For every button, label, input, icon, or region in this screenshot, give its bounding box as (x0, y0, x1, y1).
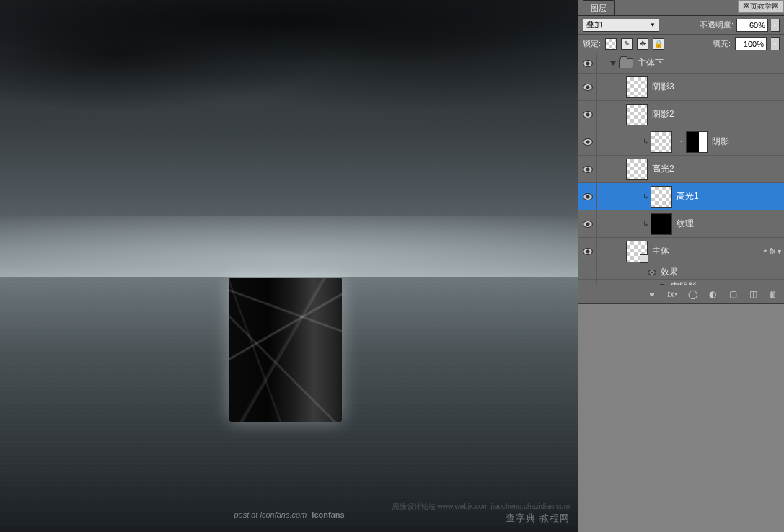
chevron-down-icon: ▼ (650, 22, 656, 28)
visibility-eye-icon[interactable] (583, 138, 593, 146)
layer-row[interactable]: ↳⬝阴影 (578, 128, 784, 156)
layer-row[interactable]: ↳纹理 (578, 210, 784, 238)
mask-link-icon[interactable]: ⬝ (679, 138, 683, 145)
subject-box (229, 278, 342, 422)
opacity-input[interactable]: 60% (736, 19, 768, 32)
visibility-eye-icon[interactable] (583, 84, 593, 91)
lock-label: 锁定: (583, 38, 601, 49)
tab-layers[interactable]: 图层 (583, 0, 615, 15)
visibility-eye-icon[interactable] (583, 60, 593, 67)
visibility-eye-icon[interactable] (583, 166, 593, 173)
fill-input[interactable]: 100% (735, 37, 767, 50)
fill-label: 填充: (713, 38, 731, 49)
lock-pixels-icon[interactable]: ✎ (621, 38, 633, 50)
layer-mask-thumb[interactable] (686, 131, 708, 153)
lock-all-icon[interactable]: 🔒 (653, 38, 664, 50)
link-layers-icon[interactable]: ⚭ (646, 288, 659, 300)
canvas-viewport[interactable]: post at iconfans.com iconfans 思缘设计论坛 www… (0, 0, 578, 532)
layer-thumbnail[interactable] (626, 104, 648, 125)
layer-name[interactable]: 高光2 (652, 163, 674, 175)
visibility-eye-icon[interactable] (583, 221, 593, 228)
layer-row[interactable]: 阴影3 (578, 74, 784, 101)
fx-visibility-icon[interactable] (648, 270, 656, 275)
layer-name[interactable]: 主体下 (638, 57, 664, 69)
lock-transparent-icon[interactable] (605, 38, 617, 50)
opacity-label: 不透明度: (700, 19, 734, 30)
layer-row[interactable]: 主体⚭ fx ▾ (578, 238, 784, 265)
watermark-bottom: 思缘设计论坛 www.webjx.com jiaocheng.chazidian… (0, 502, 578, 525)
new-group-icon[interactable]: ▢ (726, 288, 739, 300)
layer-thumbnail[interactable] (626, 159, 648, 180)
add-mask-icon[interactable]: ◯ (686, 288, 699, 300)
layer-row[interactable]: 阴影2 (578, 101, 784, 128)
fill-slider-toggle[interactable]: ▸ (771, 37, 780, 50)
layer-thumbnail[interactable] (651, 213, 672, 235)
layer-thumbnail[interactable] (626, 76, 648, 98)
layer-row[interactable]: 高光2 (578, 156, 784, 183)
visibility-eye-icon[interactable] (583, 111, 593, 118)
panel-empty-area (578, 303, 784, 533)
lock-position-icon[interactable]: ✥ (637, 38, 648, 50)
layers-panel-footer: ⚭ fx▾ ◯ ◐ ▢ ◫ 🗑 (578, 285, 784, 303)
tutorial-badge: 网页教学网 (738, 0, 784, 13)
layer-name[interactable]: 阴影3 (652, 81, 674, 93)
folder-icon (619, 58, 633, 68)
panel-tab-bar: 图层 网页教学网 (578, 0, 784, 16)
layer-name[interactable]: 主体 (652, 245, 669, 257)
clip-indicator-icon: ↳ (642, 221, 649, 228)
group-toggle-icon[interactable] (610, 61, 616, 66)
layer-group[interactable]: 主体下 (578, 53, 784, 74)
delete-layer-icon[interactable]: 🗑 (767, 288, 780, 300)
clip-indicator-icon: ↳ (642, 138, 649, 146)
layer-thumbnail[interactable] (626, 241, 648, 262)
layer-tree[interactable]: 主体下 阴影3阴影2↳⬝阴影高光2↳高光1↳纹理主体⚭ fx ▾效果内阴影外发光… (578, 53, 784, 285)
layer-row[interactable]: ↳高光1 (578, 183, 784, 210)
fx-icon[interactable]: fx▾ (666, 288, 679, 300)
layer-thumbnail[interactable] (651, 186, 672, 208)
clip-indicator-icon: ↳ (642, 193, 649, 200)
blend-mode-dropdown[interactable]: 叠加▼ (583, 19, 659, 32)
layer-name[interactable]: 高光1 (677, 190, 699, 203)
opacity-slider-toggle[interactable]: ▸ (771, 19, 780, 32)
layer-name[interactable]: 阴影 (712, 136, 729, 148)
fx-header[interactable]: 效果 (578, 265, 784, 280)
layer-name[interactable]: 纹理 (677, 218, 694, 230)
visibility-eye-icon[interactable] (583, 193, 593, 200)
layers-panel: 图层 网页教学网 叠加▼ 不透明度: 60% ▸ 锁定: ✎ ✥ 🔒 填充: 1… (578, 0, 784, 532)
visibility-eye-icon[interactable] (583, 248, 593, 255)
adjustment-layer-icon[interactable]: ◐ (706, 288, 719, 300)
layer-name[interactable]: 阴影2 (652, 108, 674, 120)
layer-thumbnail[interactable] (651, 131, 672, 153)
fx-indicator-icon[interactable]: ⚭ fx ▾ (762, 247, 781, 255)
blend-opacity-row: 叠加▼ 不透明度: 60% ▸ (578, 16, 784, 35)
lock-fill-row: 锁定: ✎ ✥ 🔒 填充: 100% ▸ (578, 35, 784, 53)
new-layer-icon[interactable]: ◫ (746, 288, 759, 300)
